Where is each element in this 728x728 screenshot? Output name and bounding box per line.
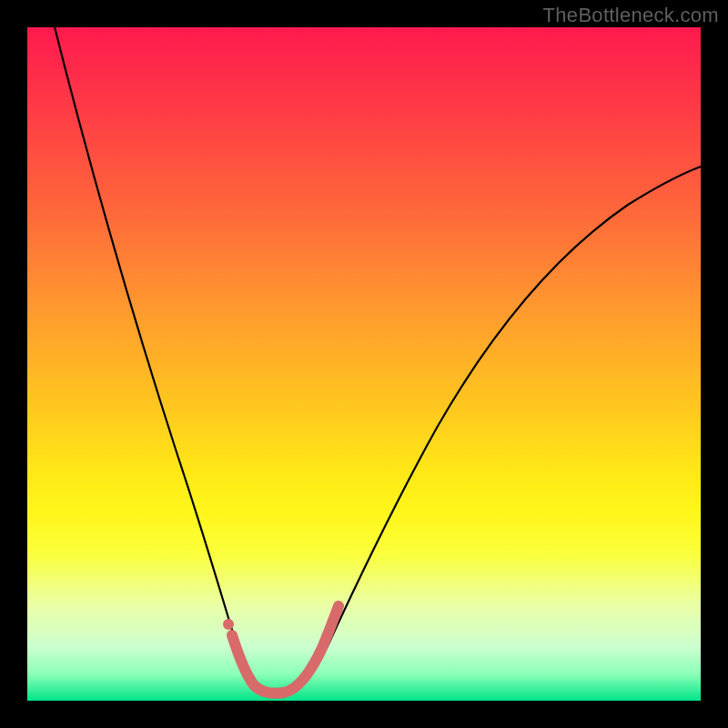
curve-accent xyxy=(232,606,339,693)
curve-main xyxy=(50,9,714,692)
watermark-text: TheBottleneck.com xyxy=(543,4,719,27)
accent-dot xyxy=(223,619,234,630)
chart-frame: TheBottleneck.com xyxy=(0,0,728,728)
plot-area xyxy=(27,27,701,701)
bottleneck-curve xyxy=(27,27,701,701)
